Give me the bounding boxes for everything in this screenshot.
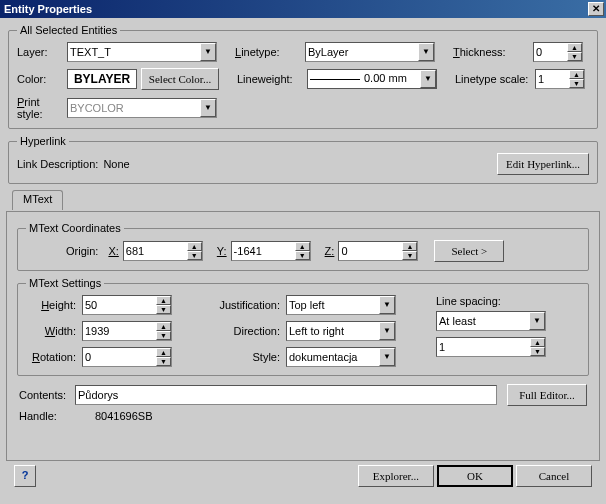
- select-color-button[interactable]: Select Color...: [141, 68, 219, 90]
- justification-combo[interactable]: ▼: [286, 295, 396, 315]
- group-mtext-coords-legend: MText Coordinates: [26, 222, 124, 234]
- rotation-label: otation:: [40, 351, 76, 363]
- ok-button[interactable]: OK: [437, 465, 513, 487]
- thickness-label: hickness:: [460, 46, 506, 58]
- cancel-button[interactable]: Cancel: [516, 465, 592, 487]
- direction-label: Direction:: [216, 325, 286, 337]
- justification-label: Justification:: [216, 299, 286, 311]
- handle-value: 8041696SB: [95, 410, 153, 422]
- origin-z-spinner[interactable]: ▲▼: [338, 241, 418, 261]
- close-button[interactable]: ✕: [588, 2, 604, 16]
- style-combo[interactable]: ▼: [286, 347, 396, 367]
- print-style-value: [67, 98, 217, 118]
- lineweight-value: 0.00 mm: [364, 72, 407, 84]
- lineweight-line-icon: [310, 79, 360, 80]
- linetype-scale-spinner[interactable]: ▲▼: [535, 69, 585, 89]
- contents-input[interactable]: [75, 385, 497, 405]
- group-mtext-settings-legend: MText Settings: [26, 277, 104, 289]
- direction-combo[interactable]: ▼: [286, 321, 396, 341]
- line-spacing-mode-value[interactable]: [436, 311, 546, 331]
- tab-bar: MText: [6, 190, 600, 212]
- style-value[interactable]: [286, 347, 396, 367]
- rotation-spinner[interactable]: ▲▼: [82, 347, 172, 367]
- direction-value[interactable]: [286, 321, 396, 341]
- tab-panel-mtext: MText Coordinates Origin: X: ▲▼ Y: ▲▼ Z:…: [6, 211, 600, 461]
- spin-down-icon[interactable]: ▼: [567, 52, 582, 61]
- title-bar: Entity Properties ✕: [0, 0, 606, 18]
- spin-down-icon[interactable]: ▼: [569, 79, 584, 88]
- window-title: Entity Properties: [4, 0, 92, 18]
- contents-label: Contents:: [19, 389, 75, 401]
- layer-label: Layer:: [17, 46, 67, 58]
- lineweight-combo[interactable]: 0.00 mm ▼: [307, 69, 437, 89]
- edit-hyperlink-button[interactable]: Edit Hyperlink...: [497, 153, 589, 175]
- spin-up-icon[interactable]: ▲: [569, 70, 584, 79]
- x-label: X:: [108, 245, 118, 257]
- width-label: idth:: [55, 325, 76, 337]
- group-all-selected: All Selected Entities Layer: ▼ Linetype:…: [8, 24, 598, 129]
- justification-value[interactable]: [286, 295, 396, 315]
- origin-label: Origin:: [66, 245, 98, 257]
- select-points-button[interactable]: Select >: [434, 240, 504, 262]
- line-spacing-factor-spinner[interactable]: ▲▼: [436, 337, 546, 357]
- line-spacing-label: Line spacing:: [436, 295, 580, 307]
- linetype-scale-label: Linetype scale:: [455, 73, 535, 85]
- linetype-combo[interactable]: ▼: [305, 42, 435, 62]
- group-hyperlink-legend: Hyperlink: [17, 135, 69, 147]
- width-spinner[interactable]: ▲▼: [82, 321, 172, 341]
- origin-y-spinner[interactable]: ▲▼: [231, 241, 311, 261]
- print-style-combo: ▼: [67, 98, 217, 118]
- spin-up-icon[interactable]: ▲: [567, 43, 582, 52]
- line-spacing-mode-combo[interactable]: ▼: [436, 311, 546, 331]
- color-label: Color:: [17, 73, 67, 85]
- lineweight-label: Lineweight:: [237, 73, 307, 85]
- height-label: eight:: [49, 299, 76, 311]
- handle-label: Handle:: [19, 410, 75, 422]
- link-desc-value: None: [103, 158, 129, 170]
- group-hyperlink: Hyperlink Link Description: None Edit Hy…: [8, 135, 598, 184]
- linetype-value[interactable]: [305, 42, 435, 62]
- full-editor-button[interactable]: Full Editor...: [507, 384, 587, 406]
- explorer-button[interactable]: Explorer...: [358, 465, 434, 487]
- z-label: Z:: [325, 245, 335, 257]
- group-mtext-coords: MText Coordinates Origin: X: ▲▼ Y: ▲▼ Z:…: [17, 222, 589, 271]
- height-spinner[interactable]: ▲▼: [82, 295, 172, 315]
- color-swatch[interactable]: BYLAYER: [67, 69, 137, 89]
- help-button[interactable]: ?: [14, 465, 36, 487]
- layer-combo[interactable]: ▼: [67, 42, 217, 62]
- linetype-label: inetype:: [241, 46, 280, 58]
- origin-x-spinner[interactable]: ▲▼: [123, 241, 203, 261]
- tab-mtext[interactable]: MText: [12, 190, 63, 210]
- y-label: Y:: [217, 245, 227, 257]
- group-all-selected-legend: All Selected Entities: [17, 24, 120, 36]
- style-label: Style:: [216, 351, 286, 363]
- group-mtext-settings: MText Settings Height:▲▼ Width:▲▼ Rotati…: [17, 277, 589, 376]
- link-desc-label: Link Description:: [17, 158, 98, 170]
- layer-value[interactable]: [67, 42, 217, 62]
- thickness-spinner[interactable]: ▲▼: [533, 42, 583, 62]
